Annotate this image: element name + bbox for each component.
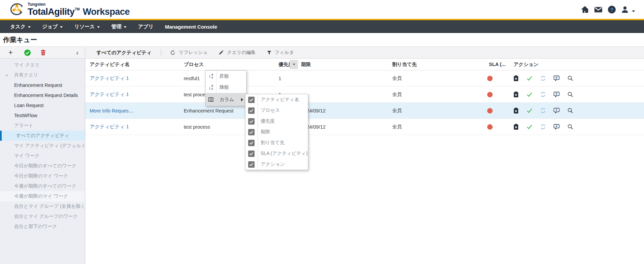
add-note-icon[interactable] <box>553 107 560 114</box>
submenu-item-actions[interactable]: アクション <box>245 159 308 170</box>
column-header-actions[interactable]: アクション <box>509 61 644 68</box>
user-icon[interactable] <box>621 5 629 14</box>
sidebar-item-enhancement-request-details[interactable]: Enhancement Request Details <box>0 90 85 100</box>
user-menu-caret-icon[interactable] <box>632 10 635 12</box>
checkbox-checked-icon[interactable] <box>248 118 255 125</box>
sidebar-item-my-work-due-today[interactable]: 今日が期限のマイ ワーク <box>0 171 85 181</box>
page-title: 作業キュー <box>3 35 37 44</box>
sidebar-item-loan-request[interactable]: Loan Request <box>0 100 85 110</box>
table-row[interactable]: アクティビティ 1restful11全員 <box>85 70 644 87</box>
menu-item-sort-ascending[interactable]: ↑AZ 昇順 <box>206 71 246 82</box>
checkbox-checked-icon[interactable] <box>248 97 255 103</box>
open-activity-icon[interactable] <box>513 124 519 130</box>
sidebar-item-me-and-subordinates-work[interactable]: 自分と部下のワーク <box>0 222 85 232</box>
sla-cell <box>485 124 509 130</box>
delete-query-button[interactable] <box>40 47 46 58</box>
add-note-icon[interactable] <box>553 75 560 81</box>
sidebar-item-all-activities[interactable]: すべてのアクティビティ <box>0 131 85 141</box>
nav-item-resources[interactable]: リソース <box>74 24 100 30</box>
add-query-button[interactable]: + <box>8 47 13 58</box>
submenu-item-assignee[interactable]: 割り当て先 <box>245 137 308 148</box>
activity-name-link[interactable]: アクティビティ 1 <box>85 75 180 81</box>
table-row[interactable]: アクティビティ 1test process1全員 <box>85 87 644 103</box>
sidebar-item-all-work-due-this-week[interactable]: 今週が期限のすべてのワーク <box>0 181 85 191</box>
submenu-item-due-date[interactable]: 期限 <box>245 127 308 137</box>
sidebar-item-testwflow[interactable]: TestWFlow <box>0 110 85 121</box>
submenu-item-process[interactable]: プロセス <box>245 105 308 116</box>
nav-item-tasks[interactable]: タスク <box>10 24 31 30</box>
sidebar-item-me-and-my-groups-work[interactable]: 自分とマイ グループのワーク <box>0 211 85 222</box>
add-note-icon[interactable] <box>553 124 560 130</box>
actions-cell <box>509 107 644 114</box>
add-note-icon[interactable] <box>553 91 560 98</box>
checkbox-checked-icon[interactable] <box>248 161 255 168</box>
help-icon[interactable]: ? <box>608 5 616 14</box>
work-queue-table: アクティビティ名プロセス優先度期限割り当て先SLA (...アクション アクティ… <box>85 59 644 264</box>
activity-name-link[interactable]: アクティビティ 1 <box>85 91 180 98</box>
reassign-icon[interactable] <box>540 75 546 81</box>
reassign-icon[interactable] <box>540 91 546 98</box>
menu-item-sort-descending[interactable]: ↓AZ 降順 <box>206 82 246 93</box>
column-header-assignee[interactable]: 割り当て先 <box>388 61 485 68</box>
mail-icon[interactable] <box>594 5 603 14</box>
sidebar-item-all-work-due-today[interactable]: 今日が期限のすべてのワーク <box>0 161 85 171</box>
sidebar-item-label: アラート <box>14 123 33 129</box>
column-header-sla[interactable]: SLA (... <box>485 62 509 67</box>
sidebar-item-me-and-my-groups-excluding-everyone[interactable]: 自分とマイ グループ (全員を除く) <box>0 201 85 211</box>
sidebar-item-shared-queries[interactable]: ∨共有クエリ <box>0 70 85 80</box>
sidebar-item-label: 自分とマイ グループ (全員を除く) <box>14 203 85 209</box>
checkbox-checked-icon[interactable] <box>248 107 255 114</box>
submenu-item-label: アクティビティ名 <box>255 97 299 103</box>
complete-icon[interactable] <box>526 124 533 130</box>
menu-item-columns[interactable]: カラム <box>206 93 246 106</box>
view-details-icon[interactable] <box>567 107 574 114</box>
refresh-button[interactable]: リフレッシュ <box>170 50 208 56</box>
activity-name-link[interactable]: アクティビティ 1 <box>85 124 180 130</box>
submenu-item-label: 割り当て先 <box>255 140 285 146</box>
submenu-item-priority[interactable]: 優先度 <box>245 116 308 127</box>
column-header-activity-name[interactable]: アクティビティ名 <box>85 61 180 68</box>
open-activity-icon[interactable] <box>513 107 519 114</box>
view-details-icon[interactable] <box>567 91 574 98</box>
nav-item-label: アプリ <box>138 24 153 30</box>
open-activity-icon[interactable] <box>513 75 519 82</box>
reassign-icon[interactable] <box>540 124 546 130</box>
checkbox-checked-icon[interactable] <box>248 151 255 157</box>
checkbox-checked-icon[interactable] <box>248 129 255 135</box>
sidebar-item-my-work[interactable]: マイ ワーク <box>0 151 85 161</box>
sidebar-item-alerts[interactable]: アラート <box>0 121 85 131</box>
view-details-icon[interactable] <box>567 75 574 81</box>
table-row[interactable]: アクティビティ 1test process12024/09/12全員 <box>85 119 644 135</box>
chevron-down-icon <box>97 26 100 28</box>
open-activity-icon[interactable] <box>513 91 519 98</box>
view-details-icon[interactable] <box>567 124 574 130</box>
edit-query-button[interactable]: クエリの編集 <box>218 50 256 56</box>
apply-query-button[interactable] <box>24 47 31 58</box>
checkbox-checked-icon[interactable] <box>248 140 255 146</box>
complete-icon[interactable] <box>526 75 533 81</box>
table-row[interactable]: More Info Reques....Enhancement Request1… <box>85 103 644 119</box>
complete-icon[interactable] <box>526 92 533 97</box>
sidebar-item-my-work-due-this-week[interactable]: 今週が期限のマイ ワーク <box>0 191 85 201</box>
column-menu-button[interactable] <box>290 60 298 69</box>
chevron-down-icon[interactable]: ∨ <box>5 73 8 77</box>
submenu-item-sla-activity[interactable]: SLA (アクティビティ) <box>245 148 308 159</box>
column-header-process[interactable]: プロセス <box>180 61 274 68</box>
activity-name-link[interactable]: More Info Reques.... <box>85 108 180 113</box>
nav-item-apps[interactable]: アプリ <box>138 24 153 30</box>
collapse-sidebar-button[interactable]: ‹ <box>76 47 79 58</box>
sidebar-item-my-queries[interactable]: マイ クエリ <box>0 60 85 70</box>
reassign-icon[interactable] <box>540 107 546 114</box>
home-icon[interactable] <box>581 5 589 14</box>
sidebar-item-my-activities-default[interactable]: マイ アクティビティ (デフォルト) <box>0 141 85 151</box>
filter-button[interactable]: フィルタ <box>267 50 294 56</box>
nav-item-management-console[interactable]: Management Console <box>165 24 217 30</box>
complete-icon[interactable] <box>526 108 533 113</box>
nav-item-admin[interactable]: 管理 <box>111 24 126 30</box>
sort-descending-icon: ↓AZ <box>206 85 216 90</box>
nav-item-jobs[interactable]: ジョブ <box>42 24 63 30</box>
submenu-item-activity-name[interactable]: アクティビティ名 <box>245 94 308 105</box>
nav-item-label: 管理 <box>111 24 121 30</box>
column-header-due-date[interactable]: 期限 <box>297 61 388 68</box>
sidebar-item-enhancement-request[interactable]: Enhancement Request <box>0 80 85 90</box>
